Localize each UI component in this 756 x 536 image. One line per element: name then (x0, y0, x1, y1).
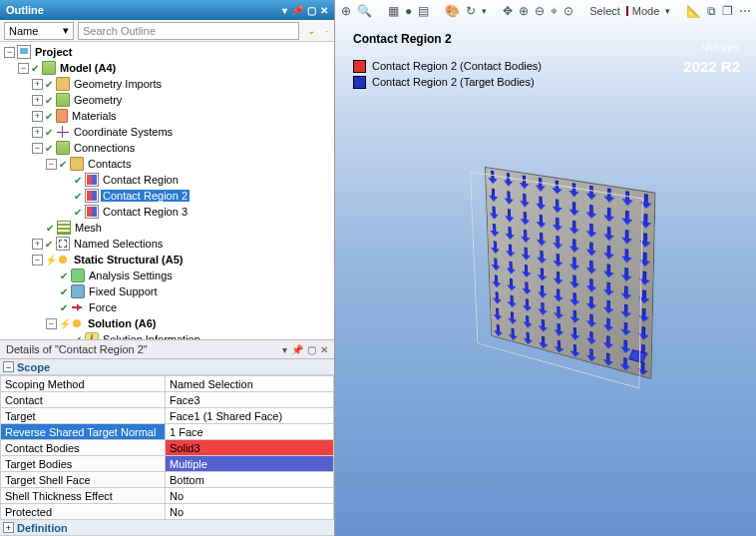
iso-icon[interactable]: ▦ (388, 3, 399, 19)
collapse-icon[interactable]: − (18, 63, 29, 74)
collapse-icon[interactable]: − (46, 318, 57, 329)
select-label[interactable]: Select (589, 5, 620, 17)
tree-cr2[interactable]: ✔ Contact Region 2 (4, 188, 334, 204)
expand-chevron-icon[interactable]: ⌄ (303, 25, 319, 36)
expand-icon[interactable]: + (32, 239, 43, 250)
details-cat-scope[interactable]: − Scope (0, 359, 334, 375)
close-icon[interactable]: ✕ (320, 5, 328, 16)
details-row[interactable]: Target Shell Face Bottom (1, 472, 334, 488)
outline-panel-header[interactable]: Outline ▾ 📌 ▢ ✕ (0, 0, 334, 20)
tree-geom-imports[interactable]: + ✔ Geometry Imports (4, 76, 334, 92)
tree-connections[interactable]: − ✔ Connections (4, 140, 334, 156)
details-cat-label: Definition (17, 522, 68, 534)
tree-cr3[interactable]: ✔ Contact Region 3 (4, 204, 334, 220)
tree-label: Model (A4) (58, 62, 118, 74)
graphics-view[interactable]: ⊕ 🔍 ▦ ● ▤ 🎨 ↻▾ ✥ ⊕ ⊖ ⌖ ⊙ Select Mode▾ 📐 … (335, 0, 756, 536)
collapse-icon[interactable]: − (4, 47, 15, 58)
expand-icon[interactable]: + (32, 111, 43, 122)
plate-ghost[interactable] (470, 171, 643, 388)
details-row[interactable]: Target Face1 (1 Shared Face) (1, 408, 334, 424)
tree-solinfo[interactable]: ✔ Solution Information (4, 331, 334, 339)
details-val[interactable]: Solid3 (166, 440, 334, 456)
zoom-out-icon[interactable]: ⊖ (535, 3, 545, 19)
rotate-icon[interactable]: ↻ (466, 3, 476, 19)
pan-icon[interactable]: ✥ (503, 3, 513, 19)
collapse-icon[interactable]: − (32, 143, 43, 154)
zoom-box-icon[interactable]: ⌖ (551, 3, 558, 19)
tree-solution[interactable]: − ⚡ Solution (A6) (4, 315, 334, 331)
tree-label: Contact Region (101, 174, 181, 186)
random-color-icon[interactable]: 🎨 (445, 3, 460, 19)
expand-icon[interactable]: + (32, 95, 43, 106)
tree-cr1[interactable]: ✔ Contact Region (4, 172, 334, 188)
details-row[interactable]: Contact Bodies Solid3 (1, 440, 334, 456)
tree-static[interactable]: − ⚡ Static Structural (A5) (4, 252, 334, 268)
dock-icon[interactable]: ▢ (307, 344, 316, 355)
details-row[interactable]: Shell Thickness Effect No (1, 488, 334, 504)
tree-project[interactable]: − Project (4, 44, 334, 60)
zoom-fit-icon[interactable]: ⊕ (341, 3, 351, 19)
tree-label: Mesh (73, 222, 104, 234)
details-key: Target Bodies (1, 456, 166, 472)
zoom-in-icon[interactable]: ⊕ (519, 3, 529, 19)
details-row[interactable]: Contact Face3 (1, 392, 334, 408)
details-key: Contact (1, 392, 166, 408)
legend-row-target: Contact Region 2 (Target Bodies) (353, 74, 542, 90)
close-icon[interactable]: ✕ (320, 344, 328, 355)
tree-fixed[interactable]: ✔ Fixed Support (4, 283, 334, 299)
expand-icon[interactable]: + (32, 79, 43, 90)
details-row[interactable]: Target Bodies Multiple (1, 456, 334, 472)
details-panel-header[interactable]: Details of "Contact Region 2" ▾ 📌 ▢ ✕ (0, 339, 334, 359)
dropdown-icon[interactable]: ▾ (282, 5, 287, 16)
details-row[interactable]: Scoping Method Named Selection (1, 376, 334, 392)
tree-materials[interactable]: + ✔ Materials (4, 108, 334, 124)
pin-icon[interactable]: 📌 (291, 5, 303, 16)
geometry-icon (56, 93, 70, 107)
search-input[interactable]: Search Outline (78, 22, 299, 40)
expand-icon[interactable]: + (3, 522, 14, 533)
details-val[interactable]: No (166, 488, 334, 504)
mode-label[interactable]: Mode (632, 5, 660, 17)
pin-icon[interactable]: 📌 (291, 344, 303, 355)
dock-icon[interactable]: ▢ (307, 5, 316, 16)
details-val[interactable]: Face3 (166, 392, 334, 408)
wire-icon[interactable]: ▤ (418, 3, 429, 19)
details-val[interactable]: Bottom (166, 472, 334, 488)
collapse-icon[interactable]: − (46, 159, 57, 170)
mode-swatch-icon (626, 6, 628, 16)
tree-model[interactable]: − ✔ Model (A4) (4, 60, 334, 76)
details-val[interactable]: Named Selection (166, 376, 334, 392)
tree-contacts[interactable]: − ✔ Contacts (4, 156, 334, 172)
details-val[interactable]: Multiple (166, 456, 334, 472)
scene-3d[interactable] (395, 140, 724, 409)
clip-icon[interactable]: ⧉ (707, 3, 716, 19)
zoom-icon[interactable]: 🔍 (357, 3, 372, 19)
details-val[interactable]: 1 Face (166, 424, 334, 440)
tree-label-selected: Contact Region 2 (101, 190, 189, 202)
filter-dropdown[interactable]: Name ▾ (4, 22, 74, 40)
details-cat-def[interactable]: + Definition (0, 520, 334, 536)
tree-analysis[interactable]: ✔ Analysis Settings (4, 268, 334, 283)
details-row[interactable]: Reverse Shared Target Normal 1 Face (1, 424, 334, 440)
outline-tree[interactable]: − Project − ✔ Model (A4) + ✔ Geometry Im… (0, 42, 334, 339)
collapse-icon[interactable]: − (3, 361, 14, 372)
zoom-all-icon[interactable]: ⊙ (564, 3, 573, 19)
tree-mesh[interactable]: ✔ Mesh (4, 220, 334, 236)
expand-icon[interactable]: + (32, 127, 43, 138)
collapse-icon[interactable]: − (32, 255, 43, 266)
tree-coord[interactable]: + ✔ Coordinate Systems (4, 124, 334, 140)
more-icon[interactable]: ⋯ (739, 3, 751, 19)
tree-geometry[interactable]: + ✔ Geometry (4, 92, 334, 108)
brand-text: Ansys (705, 41, 740, 53)
dropdown-icon[interactable]: ▾ (282, 344, 287, 355)
tree-force[interactable]: ✔ Force (4, 299, 334, 315)
details-title-item: Contact Region 2 (59, 343, 144, 355)
details-val[interactable]: Face1 (1 Shared Face) (166, 408, 334, 424)
details-val[interactable]: No (166, 504, 334, 520)
tree-named-sel[interactable]: + ✔ Named Selections (4, 236, 334, 252)
copy-icon[interactable]: ❐ (722, 3, 733, 19)
shade-icon[interactable]: ● (405, 3, 412, 19)
scene-title: Contact Region 2 (353, 32, 452, 46)
annot-icon[interactable]: 📐 (686, 3, 701, 19)
details-row[interactable]: Protected No (1, 504, 334, 520)
